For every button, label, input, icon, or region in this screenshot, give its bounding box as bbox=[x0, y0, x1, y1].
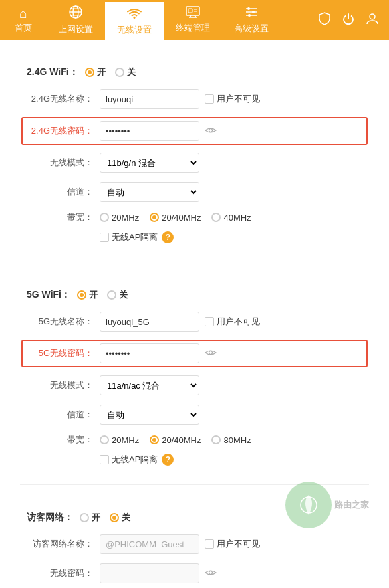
wifi-5g-toggle: 开 关 bbox=[77, 289, 128, 301]
wifi-24g-name-input[interactable] bbox=[100, 89, 199, 109]
guest-name-field: 用户不可见 bbox=[100, 534, 362, 554]
nav-internet-label: 上网设置 bbox=[59, 23, 93, 35]
wifi-24g-bw-2040-label: 20/40MHz bbox=[162, 213, 201, 223]
wifi-5g-bw-field: 20MHz 20/40MHz 80MHz bbox=[100, 435, 362, 445]
wifi-24g-isolation-label: 无线AP隔离 bbox=[112, 231, 158, 243]
settings-icon bbox=[245, 5, 258, 21]
wifi-24g-bw-40[interactable]: 40MHz bbox=[211, 213, 251, 223]
wifi-24g-bw-label: 带宽： bbox=[27, 211, 100, 223]
main-content: 2.4G WiFi： 开 关 2.4G无线名称： 用户不可见 bbox=[0, 40, 389, 588]
wifi-24g-eye-icon[interactable] bbox=[205, 125, 217, 137]
shield-icon[interactable] bbox=[316, 9, 333, 31]
wifi-5g-password-input[interactable] bbox=[100, 343, 199, 363]
wifi-5g-channel-field: 自动 36404448 bbox=[100, 405, 362, 425]
wifi-24g-on[interactable]: 开 bbox=[85, 66, 106, 78]
wifi-5g-bw-80-label: 80MHz bbox=[223, 435, 251, 445]
wifi-24g-title-text: 2.4G WiFi： bbox=[27, 66, 78, 78]
wifi-5g-channel-row: 信道： 自动 36404448 bbox=[27, 403, 362, 426]
nav-internet[interactable]: 上网设置 bbox=[47, 0, 105, 40]
svg-point-19 bbox=[370, 14, 375, 19]
guest-title: 访客网络： 开 关 bbox=[27, 512, 362, 524]
wifi-24g-help-icon[interactable]: ? bbox=[162, 231, 174, 243]
wifi-5g-bw-2040[interactable]: 20/40MHz bbox=[150, 435, 201, 445]
wifi-5g-invisible-checkbox[interactable]: 用户不可见 bbox=[205, 316, 260, 328]
wifi-5g-isolation-box bbox=[100, 455, 109, 464]
guest-on-label: 开 bbox=[92, 512, 100, 524]
wifi-24g-off[interactable]: 关 bbox=[115, 66, 136, 78]
guest-title-text: 访客网络： bbox=[27, 512, 73, 524]
wifi-24g-channel-row: 信道： 自动 1611 bbox=[27, 181, 362, 203]
wifi-5g-channel-select[interactable]: 自动 36404448 bbox=[100, 405, 199, 425]
wifi-5g-mode-row: 无线模式： 11a/n/ac 混合 11a only 11n only 11ac… bbox=[27, 374, 362, 397]
wifi-5g-off-radio bbox=[107, 290, 116, 300]
wifi-5g-isolation-row: 无线AP隔离 ? bbox=[27, 454, 362, 466]
wifi-5g-help-icon[interactable]: ? bbox=[162, 454, 174, 466]
wifi-24g-isolation-checkbox[interactable]: 无线AP隔离 bbox=[100, 231, 158, 243]
nav-wireless-label: 无线设置 bbox=[117, 24, 152, 36]
wifi-24g-off-label: 关 bbox=[127, 66, 136, 78]
guest-invisible-checkbox[interactable]: 用户不可见 bbox=[205, 538, 260, 550]
wifi-5g-bw-20[interactable]: 20MHz bbox=[100, 435, 139, 445]
wifi-5g-isolation-checkbox[interactable]: 无线AP隔离 bbox=[100, 454, 158, 466]
wifi-5g-invisible-label: 用户不可见 bbox=[217, 316, 260, 328]
wifi-5g-on[interactable]: 开 bbox=[77, 289, 98, 301]
wifi-24g-bw-20[interactable]: 20MHz bbox=[100, 213, 139, 223]
wifi-24g-password-input[interactable] bbox=[100, 121, 199, 141]
wifi-24g-password-label: 2.4G无线密码： bbox=[27, 125, 100, 137]
wifi-24g-bw-2040-radio bbox=[150, 213, 159, 222]
wifi-24g-password-field bbox=[100, 121, 362, 141]
wifi-5g-invisible-box bbox=[205, 317, 214, 326]
wifi-5g-eye-icon[interactable] bbox=[205, 347, 217, 359]
nav-right-icons bbox=[316, 0, 389, 40]
svg-point-17 bbox=[252, 11, 255, 13]
wifi-24g-bw-2040[interactable]: 20/40MHz bbox=[150, 213, 201, 223]
nav-terminal[interactable]: 终端管理 bbox=[164, 0, 222, 40]
guest-on[interactable]: 开 bbox=[80, 512, 100, 524]
nav-terminal-label: 终端管理 bbox=[176, 22, 210, 34]
navbar: ⌂ 首页 上网设置 无线设置 bbox=[0, 0, 389, 40]
wifi-5g-channel-label: 信道： bbox=[27, 409, 100, 421]
power-icon[interactable] bbox=[340, 10, 357, 31]
wifi-icon bbox=[127, 8, 142, 22]
wifi-24g-channel-select[interactable]: 自动 1611 bbox=[100, 182, 199, 202]
globe-icon bbox=[68, 5, 83, 21]
nav-advanced[interactable]: 高级设置 bbox=[222, 0, 281, 40]
wifi-5g-bw-20-label: 20MHz bbox=[112, 435, 139, 445]
wifi-24g-invisible-checkbox[interactable]: 用户不可见 bbox=[205, 93, 260, 105]
user-icon[interactable] bbox=[364, 10, 381, 31]
guest-toggle: 开 关 bbox=[80, 512, 130, 524]
wifi-5g-bw-row: 带宽： 20MHz 20/40MHz 80MHz bbox=[27, 433, 362, 447]
wifi-5g-mode-field: 11a/n/ac 混合 11a only 11n only 11ac only bbox=[100, 375, 362, 395]
wifi-5g-on-label: 开 bbox=[89, 289, 98, 301]
wifi-5g-off[interactable]: 关 bbox=[107, 289, 128, 301]
wifi-24g-bw-40-label: 40MHz bbox=[223, 213, 251, 223]
guest-off[interactable]: 关 bbox=[110, 512, 130, 524]
nav-wireless[interactable]: 无线设置 bbox=[105, 0, 164, 40]
wifi-5g-bw-80-radio bbox=[211, 435, 221, 444]
wifi-24g-name-label: 2.4G无线名称： bbox=[27, 93, 100, 105]
wifi-5g-name-label: 5G无线名称： bbox=[27, 316, 100, 328]
wifi-5g-mode-select[interactable]: 11a/n/ac 混合 11a only 11n only 11ac only bbox=[100, 375, 199, 395]
wifi-24g-isolation-row: 无线AP隔离 ? bbox=[27, 231, 362, 243]
guest-password-label: 无线密码： bbox=[27, 567, 100, 579]
guest-off-label: 关 bbox=[122, 512, 130, 524]
guest-off-radio bbox=[110, 513, 119, 522]
wifi-5g-name-input[interactable] bbox=[100, 312, 199, 332]
wifi-24g-mode-select[interactable]: 11b/g/n 混合 11b only 11g only 11n only bbox=[100, 153, 199, 173]
nav-home[interactable]: ⌂ 首页 bbox=[0, 0, 47, 40]
wifi-24g-section: 2.4G WiFi： 开 关 2.4G无线名称： 用户不可见 bbox=[20, 53, 369, 262]
guest-password-input[interactable] bbox=[100, 563, 199, 583]
wifi-5g-title-text: 5G WiFi： bbox=[27, 289, 70, 301]
wifi-24g-bw-20-radio bbox=[100, 213, 109, 222]
wifi-24g-off-radio bbox=[115, 68, 124, 77]
wifi-5g-off-label: 关 bbox=[119, 289, 128, 301]
guest-name-input[interactable] bbox=[100, 534, 199, 554]
guest-password-field bbox=[100, 563, 362, 583]
guest-eye-icon[interactable] bbox=[205, 567, 217, 579]
wifi-5g-section: 5G WiFi： 开 关 5G无线名称： 用户不可见 bbox=[20, 276, 369, 485]
svg-point-18 bbox=[248, 14, 251, 17]
wifi-5g-isolation-label: 无线AP隔离 bbox=[112, 454, 158, 466]
wifi-24g-isolation-box bbox=[100, 233, 109, 242]
wifi-24g-mode-row: 无线模式： 11b/g/n 混合 11b only 11g only 11n o… bbox=[27, 151, 362, 174]
wifi-5g-bw-80[interactable]: 80MHz bbox=[211, 435, 251, 445]
